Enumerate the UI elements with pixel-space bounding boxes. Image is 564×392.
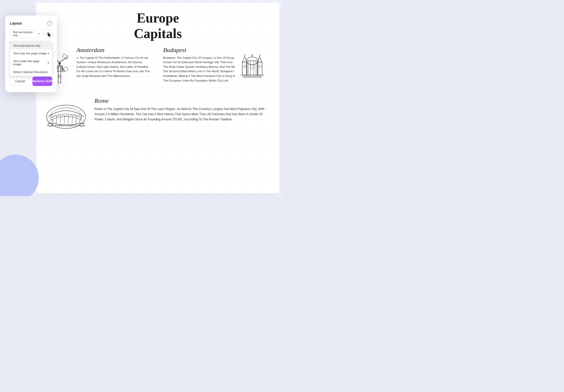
svg-line-5 — [60, 64, 65, 71]
rome-text: Rome Is The Capital City Of Italy And Of… — [95, 106, 270, 122]
perform-ocr-button[interactable]: Perform OCR — [32, 77, 52, 86]
dropdown-item-text-over-label: Text over the page image — [13, 52, 47, 55]
svg-rect-25 — [251, 65, 254, 69]
colosseum-icon — [45, 97, 87, 131]
dialog-buttons: Cancel Perform OCR — [10, 77, 52, 86]
svg-line-37 — [53, 117, 53, 123]
svg-rect-34 — [243, 76, 262, 78]
dropdown-item-text-picture[interactable]: Text and picture only — [10, 42, 52, 49]
svg-rect-8 — [62, 54, 68, 59]
svg-rect-11 — [59, 75, 60, 78]
rome-title: Rome — [95, 97, 270, 104]
rome-section: Rome Rome Is The Capital City Of Italy A… — [45, 95, 270, 132]
layout-select[interactable]: Text and picture only ▾ — [10, 30, 42, 38]
rome-content: Rome Rome Is The Capital City Of Italy A… — [95, 97, 270, 132]
svg-point-2 — [59, 62, 61, 64]
budapest-section: Budapest Budapest, The Capital City Of H… — [158, 47, 270, 91]
budapest-image — [239, 47, 270, 85]
layout-select-value: Text and picture only — [13, 31, 38, 37]
layout-select-arrow: ▾ — [38, 32, 40, 35]
cities-top-row: Amsterdam n, The Capital Of The Netherla… — [45, 47, 270, 91]
detect-label: Detect Optimal Resolution — [13, 70, 48, 74]
help-icon[interactable]: ? — [47, 21, 52, 26]
svg-line-38 — [56, 116, 57, 123]
svg-line-44 — [80, 117, 80, 123]
dropdown-item-text-picture-label: Text and picture only — [13, 44, 40, 47]
dropdown-arrow-under: ▾ — [48, 61, 49, 64]
ocr-dialog: Layout ? Text and picture only ▾ ⚙ Text … — [5, 16, 57, 92]
budapest-top: Budapest Budapest, The Capital City Of H… — [163, 47, 270, 85]
amsterdam-section: Amsterdam n, The Capital Of The Netherla… — [45, 47, 158, 91]
decorative-circle — [0, 155, 39, 196]
colosseum-image — [45, 97, 89, 132]
layout-select-row: Text and picture only ▾ ⚙ — [10, 30, 52, 38]
cathedral-icon — [239, 47, 265, 80]
cancel-button[interactable]: Cancel — [10, 77, 30, 86]
budapest-title: Budapest — [163, 47, 237, 54]
svg-line-42 — [72, 115, 73, 123]
svg-line-43 — [76, 116, 76, 123]
dropdown-item-text-under[interactable]: Text under the page image ▾ — [10, 57, 52, 68]
amsterdam-text: n, The Capital Of The Netherlands, Is Fa… — [76, 56, 153, 78]
dialog-title: Layout — [10, 21, 22, 25]
layout-dropdown-menu: Text and picture only Text over the page… — [10, 41, 52, 76]
svg-rect-27 — [258, 65, 261, 68]
dialog-header: Layout ? — [10, 21, 52, 26]
gear-button[interactable]: ⚙ — [44, 30, 52, 38]
amsterdam-title: Amsterdam — [76, 47, 153, 54]
svg-line-39 — [60, 115, 61, 123]
document-page: Europe Capitals — [36, 3, 279, 193]
svg-line-4 — [60, 57, 67, 62]
dropdown-item-detect[interactable]: Detect Optimal Resolution — [10, 68, 52, 76]
budapest-text: Budapest, The Capital City Of Hungary, I… — [163, 56, 237, 83]
svg-rect-26 — [243, 65, 246, 68]
dropdown-arrow-over: ▾ — [48, 52, 49, 55]
dropdown-item-text-over[interactable]: Text over the page image ▾ — [10, 49, 52, 57]
document-title: Europe Capitals — [45, 10, 270, 41]
dropdown-item-text-under-label: Text under the page image — [13, 60, 48, 66]
